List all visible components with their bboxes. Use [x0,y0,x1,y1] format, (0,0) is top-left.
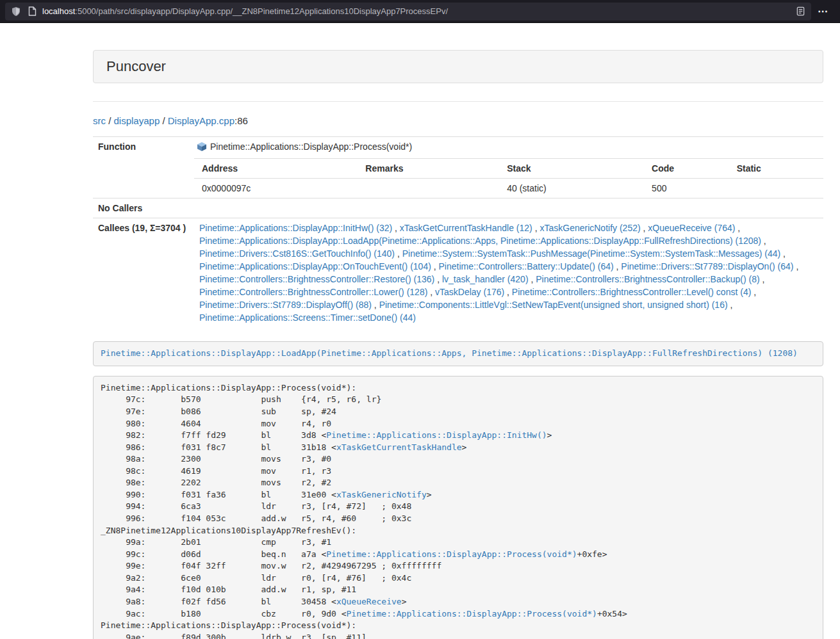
column-header-code: Code [644,159,729,179]
callees-label: Callees (19, Σ=3704 ) [93,218,194,328]
reader-view-icon[interactable] [795,6,806,17]
disasm-symbol-link[interactable]: xTaskGetCurrentTaskHandle [336,442,462,452]
shield-icon[interactable] [10,6,22,17]
column-header-address: Address [194,159,358,179]
callee-link[interactable]: Pinetime::Controllers::BrightnessControl… [512,287,751,297]
breadcrumb-link[interactable]: displayapp [114,115,160,126]
breadcrumb-link[interactable]: DisplayApp.cpp [168,115,235,126]
column-header-static: Static [729,159,823,179]
disasm-symbol-link[interactable]: xTaskGenericNotify [336,490,427,499]
highlighted-symbol-link[interactable]: Pinetime::Applications::DisplayApp::Load… [101,348,798,358]
callee-link[interactable]: Pinetime::Applications::Screens::Timer::… [199,312,416,323]
disasm-symbol-link[interactable]: Pinetime::Applications::DisplayApp::Proc… [326,549,577,559]
url-host: localhost [42,6,75,16]
highlighted-symbol-box: Pinetime::Applications::DisplayApp::Load… [93,341,823,366]
callee-link[interactable]: Pinetime::Drivers::St7789::DisplayOn() (… [621,261,793,271]
code-value: 500 [644,179,729,198]
callee-link[interactable]: Pinetime::Applications::DisplayApp::Init… [199,223,392,233]
callee-link[interactable]: Pinetime::Components::LittleVgl::SetNewT… [379,300,728,310]
disasm-symbol-link[interactable]: Pinetime::Applications::DisplayApp::Proc… [347,609,597,619]
disassembly-code: Pinetime::Applications::DisplayApp::Proc… [93,376,823,639]
callee-link[interactable]: Pinetime::Applications::DisplayApp::OnTo… [199,261,431,271]
cube-icon [197,142,207,155]
page-info-icon[interactable] [26,6,38,17]
static-value [729,179,823,198]
column-header-stack: Stack [499,159,644,179]
breadcrumb: src / displayapp / DisplayApp.cpp:86 [93,115,823,127]
stats-value-row: 0x0000097c 40 (static) 500 [194,179,823,198]
remarks-value [358,179,499,198]
url-path: :5000/path/src/displayapp/DisplayApp.cpp… [75,6,448,16]
callee-link[interactable]: lv_task_handler (420) [442,274,529,284]
callee-link[interactable]: vTaskDelay (176) [435,287,504,297]
callee-link[interactable]: Pinetime::Controllers::Battery::Update()… [439,261,614,271]
no-callers-label: No Callers [93,198,194,218]
stack-value: 40 (static) [499,179,644,198]
url-text: localhost:5000/path/src/displayapp/Displ… [42,6,790,16]
function-name: Pinetime::Applications::DisplayApp::Proc… [210,142,412,152]
callee-link[interactable]: Pinetime::System::SystemTask::PushMessag… [402,248,781,259]
breadcrumb-link[interactable]: src [93,115,106,126]
app-header-panel: Puncover [93,50,823,83]
page-container: Puncover src / displayapp / DisplayApp.c… [93,50,823,639]
function-stats-table: Address Remarks Stack Code Static 0x0000… [194,159,823,198]
no-callers-row: No Callers [93,198,823,218]
callees-row: Callees (19, Σ=3704 ) Pinetime::Applicat… [93,218,823,328]
url-bar[interactable]: localhost:5000/path/src/displayapp/Displ… [5,3,811,20]
callee-link[interactable]: xTaskGetCurrentTaskHandle (12) [400,223,532,233]
callee-link[interactable]: xQueueReceive (764) [648,223,735,233]
disasm-symbol-link[interactable]: Pinetime::Applications::DisplayApp::Init… [326,430,547,440]
function-stats-cell: Address Remarks Stack Code Static 0x0000… [194,159,823,198]
empty-row-label [93,159,194,198]
column-header-remarks: Remarks [358,159,499,179]
stats-header-row: Address Remarks Stack Code Static [194,159,823,179]
callee-link[interactable]: xTaskGenericNotify (252) [539,223,640,233]
callees-list: Pinetime::Applications::DisplayApp::Init… [194,218,823,328]
callee-link[interactable]: Pinetime::Controllers::BrightnessControl… [199,274,434,284]
browser-toolbar: localhost:5000/path/src/displayapp/Displ… [0,0,840,23]
function-row-label: Function [93,137,194,159]
function-name-cell: Pinetime::Applications::DisplayApp::Proc… [194,137,823,159]
function-table: Function Pinetime::Applications::Display… [93,136,823,327]
function-row: Function Pinetime::Applications::Display… [93,137,823,159]
callee-link[interactable]: Pinetime::Controllers::BrightnessControl… [199,287,427,297]
callee-link[interactable]: Pinetime::Drivers::Cst816S::GetTouchInfo… [199,248,395,259]
divider [93,101,823,102]
address-value: 0x0000097c [194,179,358,198]
callee-link[interactable]: Pinetime::Controllers::BrightnessControl… [536,274,759,284]
function-detail-row: Address Remarks Stack Code Static 0x0000… [93,159,823,198]
overflow-menu-icon[interactable]: ⋯ [811,5,835,17]
callee-link[interactable]: Pinetime::Drivers::St7789::DisplayOff() … [199,300,372,310]
callee-link[interactable]: Pinetime::Applications::DisplayApp::Load… [199,236,761,246]
page-title: Puncover [106,58,810,75]
disasm-symbol-link[interactable]: xQueueReceive [336,597,402,606]
callers-cell [194,198,823,218]
